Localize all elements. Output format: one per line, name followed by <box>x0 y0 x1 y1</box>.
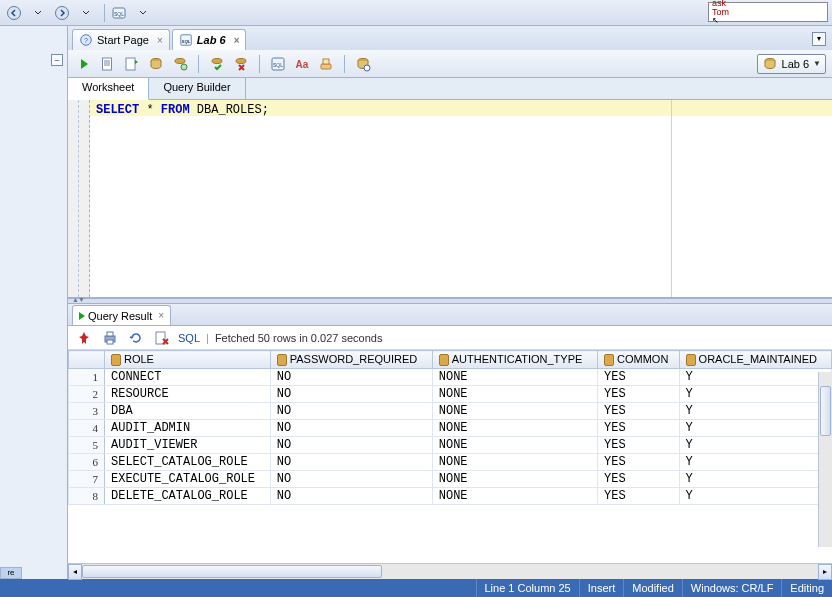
cell[interactable]: NO <box>270 420 432 437</box>
tab-query-result[interactable]: Query Result × <box>72 305 171 325</box>
tab-start-page[interactable]: ? Start Page × <box>72 29 170 50</box>
explain-plan-button[interactable] <box>122 54 142 74</box>
cell[interactable]: DBA <box>105 403 271 420</box>
run-script-button[interactable] <box>98 54 118 74</box>
cell[interactable]: NONE <box>432 471 597 488</box>
splitter-handle[interactable] <box>68 298 832 304</box>
tab-worksheet[interactable]: Worksheet <box>68 78 149 100</box>
horizontal-scrollbar[interactable]: ◂ ▸ <box>68 563 832 579</box>
print-button[interactable] <box>100 328 120 348</box>
sql-dropdown[interactable] <box>133 3 153 23</box>
cell[interactable]: YES <box>598 471 680 488</box>
cell[interactable]: DELETE_CATALOG_ROLE <box>105 488 271 505</box>
unshared-worksheet-button[interactable]: SQL <box>268 54 288 74</box>
cell[interactable]: NO <box>270 403 432 420</box>
scroll-left-button[interactable]: ◂ <box>68 564 82 580</box>
sql-history-button[interactable] <box>353 54 373 74</box>
cell[interactable]: RESOURCE <box>105 386 271 403</box>
cell[interactable]: CONNECT <box>105 369 271 386</box>
cell[interactable]: NONE <box>432 386 597 403</box>
cell[interactable]: NONE <box>432 420 597 437</box>
cancel-button[interactable] <box>152 328 172 348</box>
cell[interactable]: Y <box>679 454 831 471</box>
cell[interactable]: NO <box>270 386 432 403</box>
to-uppercase-button[interactable]: Aa <box>292 54 312 74</box>
close-icon[interactable]: × <box>158 310 164 321</box>
sql-editor[interactable]: SELECT * FROM DBA_ROLES; <box>68 100 832 298</box>
cell[interactable]: NONE <box>432 437 597 454</box>
close-icon[interactable]: × <box>234 35 240 46</box>
cell[interactable]: Y <box>679 386 831 403</box>
ask-tom-label: ask Tom <box>712 0 824 17</box>
column-header[interactable]: PASSWORD_REQUIRED <box>270 351 432 369</box>
cell[interactable]: YES <box>598 386 680 403</box>
close-icon[interactable]: × <box>157 35 163 46</box>
table-row[interactable]: 3DBANONONEYESY <box>69 403 832 420</box>
maximize-button[interactable]: ▾ <box>812 32 826 46</box>
result-grid[interactable]: ROLEPASSWORD_REQUIREDAUTHENTICATION_TYPE… <box>68 350 832 505</box>
tab-lab[interactable]: SQL Lab 6 × <box>172 29 247 50</box>
cell[interactable]: YES <box>598 420 680 437</box>
tab-label: Worksheet <box>82 81 134 93</box>
cell[interactable]: NO <box>270 454 432 471</box>
refresh-button[interactable] <box>126 328 146 348</box>
cell[interactable]: NONE <box>432 454 597 471</box>
cell[interactable]: NO <box>270 369 432 386</box>
sql-icon[interactable]: SQL <box>109 3 129 23</box>
cell[interactable]: YES <box>598 454 680 471</box>
ask-tom-widget[interactable]: ask Tom ↖ <box>708 2 828 22</box>
cell[interactable]: SELECT_CATALOG_ROLE <box>105 454 271 471</box>
sql-link[interactable]: SQL <box>178 332 200 344</box>
cell[interactable]: NONE <box>432 369 597 386</box>
run-statement-button[interactable] <box>74 54 94 74</box>
autotrace-button[interactable] <box>146 54 166 74</box>
sql-tuning-button[interactable] <box>170 54 190 74</box>
cell[interactable]: YES <box>598 488 680 505</box>
cell[interactable]: NONE <box>432 488 597 505</box>
column-header[interactable]: ORACLE_MAINTAINED <box>679 351 831 369</box>
cell[interactable]: EXECUTE_CATALOG_ROLE <box>105 471 271 488</box>
cell[interactable]: NO <box>270 471 432 488</box>
cell[interactable]: NO <box>270 488 432 505</box>
cell[interactable]: NO <box>270 437 432 454</box>
cell[interactable]: Y <box>679 420 831 437</box>
cell[interactable]: Y <box>679 369 831 386</box>
editor-area[interactable]: SELECT * FROM DBA_ROLES; <box>90 100 832 297</box>
cell[interactable]: YES <box>598 369 680 386</box>
column-header[interactable]: ROLE <box>105 351 271 369</box>
column-header[interactable]: AUTHENTICATION_TYPE <box>432 351 597 369</box>
table-row[interactable]: 5AUDIT_VIEWERNONONEYESY <box>69 437 832 454</box>
commit-button[interactable] <box>207 54 227 74</box>
cell[interactable]: NONE <box>432 403 597 420</box>
cell[interactable]: Y <box>679 403 831 420</box>
minimize-panel-button[interactable]: – <box>51 54 63 66</box>
scroll-thumb[interactable] <box>820 386 831 436</box>
clear-button[interactable] <box>316 54 336 74</box>
cell[interactable]: YES <box>598 437 680 454</box>
svg-text:?: ? <box>84 37 88 44</box>
cell[interactable]: YES <box>598 403 680 420</box>
cell[interactable]: AUDIT_ADMIN <box>105 420 271 437</box>
rollback-button[interactable] <box>231 54 251 74</box>
nav-back-button[interactable] <box>4 3 24 23</box>
vertical-scrollbar[interactable] <box>818 372 832 547</box>
tab-query-builder[interactable]: Query Builder <box>149 78 245 99</box>
table-row[interactable]: 8DELETE_CATALOG_ROLENONONEYESY <box>69 488 832 505</box>
cell[interactable]: Y <box>679 471 831 488</box>
table-row[interactable]: 4AUDIT_ADMINNONONEYESY <box>69 420 832 437</box>
column-header[interactable]: COMMON <box>598 351 680 369</box>
table-row[interactable]: 1CONNECTNONONEYESY <box>69 369 832 386</box>
scroll-thumb[interactable] <box>82 565 382 578</box>
table-row[interactable]: 7EXECUTE_CATALOG_ROLENONONEYESY <box>69 471 832 488</box>
nav-back-dropdown[interactable] <box>28 3 48 23</box>
nav-forward-dropdown[interactable] <box>76 3 96 23</box>
table-row[interactable]: 2RESOURCENONONEYESY <box>69 386 832 403</box>
cell[interactable]: AUDIT_VIEWER <box>105 437 271 454</box>
table-row[interactable]: 6SELECT_CATALOG_ROLENONONEYESY <box>69 454 832 471</box>
cell[interactable]: Y <box>679 437 831 454</box>
connection-dropdown[interactable]: Lab 6 ▼ <box>757 54 826 74</box>
cell[interactable]: Y <box>679 488 831 505</box>
scroll-right-button[interactable]: ▸ <box>818 564 832 580</box>
nav-forward-button[interactable] <box>52 3 72 23</box>
pin-button[interactable] <box>74 328 94 348</box>
